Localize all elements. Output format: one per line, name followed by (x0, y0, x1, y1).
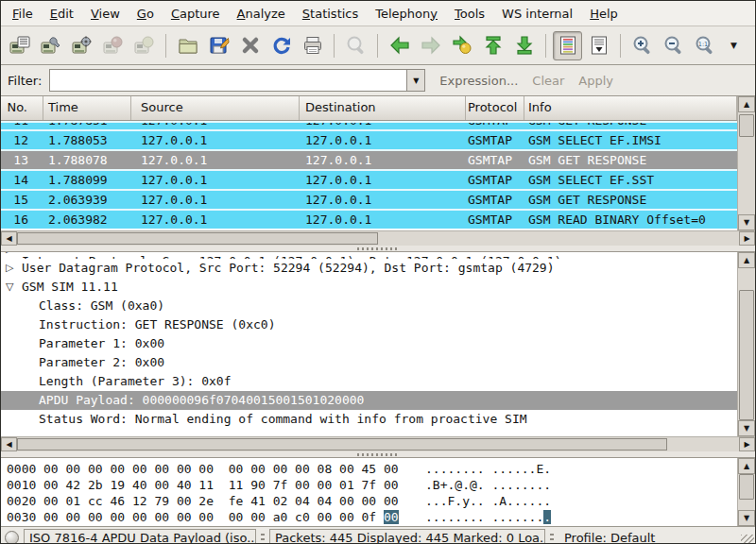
scroll-down-arrow[interactable]: ▼ (738, 214, 755, 230)
menu-capture[interactable]: Capture (163, 4, 229, 24)
menu-help[interactable]: Help (581, 4, 627, 24)
detail-tree-row[interactable]: Class: GSM (0xa0) (1, 297, 737, 315)
hex-row[interactable]: 003000 00 00 00 00 00 00 00 00 00 a0 c0 … (1, 509, 737, 525)
expander-open-icon[interactable]: ▽ (6, 278, 13, 297)
packet-cell: GSM SELECT EF.IMSI (524, 131, 737, 149)
zoom-out-icon[interactable] (659, 31, 688, 60)
details-hscrollbar[interactable]: ◀ ▶ (1, 436, 755, 451)
packet-row[interactable]: 131.788078127.0.0.1127.0.0.1GSMTAPGSM GE… (1, 149, 737, 169)
detail-tree-row[interactable]: Instruction: GET RESPONSE (0xc0) (1, 315, 737, 334)
toolbar-overflow-caret-icon[interactable]: ▼ (730, 41, 737, 50)
hex-offset: 0020 (7, 493, 36, 509)
zoom-in-icon[interactable] (627, 31, 657, 60)
go-top-icon[interactable] (478, 31, 507, 60)
packet-row[interactable]: 152.063939127.0.0.1127.0.0.1GSMTAPGSM GE… (1, 189, 737, 209)
packet-row[interactable]: 111.787851127.0.0.1127.0.0.1GSMTAPGSM GE… (1, 121, 737, 129)
column-header-info[interactable]: Info (524, 96, 737, 120)
go-back-icon[interactable] (385, 31, 414, 60)
menu-bar: FileEditViewGoCaptureAnalyzeStatisticsTe… (1, 1, 755, 26)
scroll-down-arrow[interactable]: ▼ (738, 420, 755, 436)
detail-tree-row[interactable]: APDU Payload: 000000096f0704001500150102… (1, 391, 737, 410)
column-header-protocol[interactable]: Protocol (466, 96, 524, 120)
detail-text: Parameter 1: 0x00 (1, 334, 164, 353)
zoom-100-icon[interactable]: 1:1 (690, 31, 719, 60)
scrollbar-thumb[interactable] (17, 232, 378, 245)
detail-tree-row[interactable]: ▷Internet Protocol, Src: 127.0.0.1 (127.… (1, 252, 737, 259)
hex-row[interactable]: 001000 42 2b 19 40 00 40 11 11 90 7f 00 … (1, 477, 737, 493)
detail-text: GSM SIM 11.11 (1, 278, 118, 297)
capture-stop-icon[interactable] (98, 31, 128, 60)
find-icon[interactable] (341, 31, 370, 60)
scrollbar-thumb[interactable] (739, 474, 754, 500)
details-vscrollbar[interactable]: ▲ ▼ (737, 252, 755, 436)
column-header-source[interactable]: Source (131, 96, 300, 120)
scroll-left-arrow[interactable]: ◀ (1, 231, 17, 246)
menu-ws-internal[interactable]: WS internal (493, 4, 581, 24)
packet-row[interactable]: 121.788053127.0.0.1127.0.0.1GSMTAPGSM SE… (1, 129, 737, 149)
expert-info-icon[interactable] (5, 531, 19, 544)
reload-icon[interactable] (266, 31, 296, 60)
packet-row[interactable]: 162.063982127.0.0.1127.0.0.1GSMTAPGSM RE… (1, 209, 737, 229)
hex-row[interactable]: 004000 00 09 6f 07 04 00 15 00 15 01 02 … (1, 525, 737, 526)
scroll-up-arrow[interactable]: ▲ (738, 96, 755, 112)
clear-button[interactable]: Clear (532, 74, 564, 88)
status-packet-counts: Packets: 445 Displayed: 445 Marked: 0 Lo… (269, 529, 545, 544)
packet-cell: GSM SELECT EF.SST (524, 171, 737, 189)
menu-view[interactable]: View (82, 4, 129, 24)
scroll-left-arrow[interactable]: ◀ (1, 437, 17, 451)
window-resize-grip[interactable] (741, 535, 754, 544)
print-icon[interactable] (298, 31, 327, 60)
capture-start-icon[interactable] (67, 31, 96, 60)
hex-vscrollbar[interactable]: ▲ ▼ (737, 458, 755, 526)
detail-tree-row[interactable]: Parameter 2: 0x00 (1, 353, 737, 372)
packet-row[interactable]: 141.788099127.0.0.1127.0.0.1GSMTAPGSM SE… (1, 169, 737, 189)
capture-interfaces-icon[interactable] (5, 31, 34, 60)
column-header-time[interactable]: Time (43, 96, 131, 120)
scroll-up-arrow[interactable]: ▲ (738, 458, 755, 474)
detail-tree-row[interactable]: Length (Parameter 3): 0x0f (1, 372, 737, 391)
expander-closed-icon[interactable]: ▷ (6, 259, 13, 278)
menu-go[interactable]: Go (129, 4, 163, 24)
packet-cell: GSM GET RESPONSE (524, 151, 737, 169)
expression-button[interactable]: Expression... (439, 74, 518, 88)
hex-row[interactable]: 000000 00 00 00 00 00 00 00 00 00 00 00 … (1, 461, 737, 477)
scrollbar-thumb[interactable] (739, 114, 754, 137)
detail-tree-row[interactable]: Parameter 1: 0x00 (1, 334, 737, 353)
open-file-icon[interactable] (173, 31, 202, 60)
scrollbar-thumb[interactable] (739, 290, 754, 420)
apply-button[interactable]: Apply (578, 74, 613, 88)
go-jump-icon[interactable] (447, 31, 476, 60)
hex-row[interactable]: 002000 01 cc 46 12 79 00 2e fe 41 02 04 … (1, 493, 737, 509)
detail-tree-row[interactable]: Status Word: Normal ending of command wi… (1, 410, 737, 429)
menu-file[interactable]: File (4, 4, 42, 24)
go-forward-icon[interactable] (416, 31, 445, 60)
expander-closed-icon[interactable]: ▷ (6, 252, 13, 259)
packet-list-hscrollbar[interactable]: ◀ ▶ (1, 230, 755, 246)
packet-cell: 127.0.0.1 (131, 211, 300, 229)
menu-tools[interactable]: Tools (446, 4, 493, 24)
detail-tree-row[interactable]: ▷User Datagram Protocol, Src Port: 52294… (1, 259, 737, 278)
menu-statistics[interactable]: Statistics (294, 4, 367, 24)
packet-cell: 1.788099 (43, 171, 131, 189)
filter-input[interactable] (49, 69, 406, 92)
auto-scroll-icon[interactable] (584, 31, 613, 60)
scrollbar-thumb[interactable] (17, 438, 667, 450)
capture-options-icon[interactable] (36, 31, 65, 60)
filter-dropdown-button[interactable]: ▼ (406, 69, 425, 92)
go-bottom-icon[interactable] (509, 31, 539, 60)
column-header-no[interactable]: No. (1, 96, 43, 120)
scroll-up-arrow[interactable]: ▲ (738, 252, 755, 268)
menu-analyze[interactable]: Analyze (229, 4, 294, 24)
packet-list-vscrollbar[interactable]: ▲ ▼ (737, 96, 755, 230)
column-header-destination[interactable]: Destination (300, 96, 466, 120)
detail-tree-row[interactable]: ▽GSM SIM 11.11 (1, 278, 737, 297)
scroll-down-arrow[interactable]: ▼ (738, 510, 755, 526)
colorize-icon[interactable] (553, 31, 582, 60)
save-file-icon[interactable] (204, 31, 233, 60)
scroll-right-arrow[interactable]: ▶ (739, 231, 755, 246)
menu-edit[interactable]: Edit (42, 4, 82, 24)
close-file-icon[interactable] (235, 31, 265, 60)
scroll-right-arrow[interactable]: ▶ (739, 437, 755, 451)
capture-restart-icon[interactable] (129, 31, 159, 60)
menu-telephony[interactable]: Telephony (367, 4, 446, 24)
